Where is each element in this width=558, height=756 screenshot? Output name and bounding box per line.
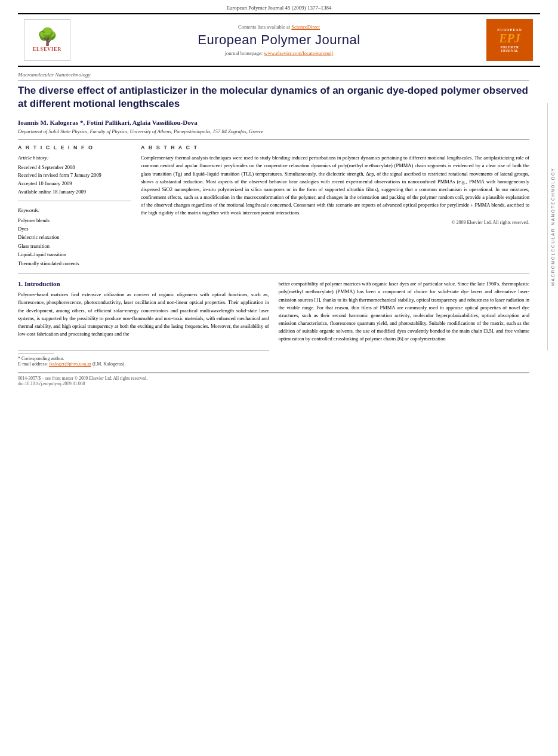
- epj-logo: EUROPEAN EPJ POLYMER JOURNAL: [486, 19, 534, 61]
- accepted-date: Accepted 10 January 2009: [18, 180, 131, 188]
- section-label: Macromolecular Nanotechnology: [18, 67, 529, 81]
- homepage-url[interactable]: www.elsevier.com/locate/europolj: [264, 50, 333, 56]
- email-line: E-mail address: ikaloger@phys.uoa.gr (I.…: [18, 361, 269, 367]
- footer-doi: doi:10.1016/j.eurpolymj.2009.01.008: [18, 381, 529, 386]
- right-sidebar: MACROMOLECULAR NANOTECHNOLOGY: [547, 103, 558, 351]
- intro-right-text: better compatibility of polymer matrices…: [279, 280, 530, 343]
- journal-reference: European Polymer Journal 45 (2009) 1377–…: [226, 5, 331, 11]
- received-date-1: Received 4 September 2008: [18, 164, 131, 172]
- keyword-4: Glass transition: [18, 242, 131, 250]
- article-history: Article history: Received 4 September 20…: [18, 154, 131, 201]
- authors: Ioannis M. Kalogeras *, Fotini Pallikari…: [18, 119, 529, 126]
- email-suffix: (I.M. Kalogeras).: [93, 361, 126, 367]
- sciencedirect-link[interactable]: ScienceDirect: [291, 24, 320, 30]
- affiliation: Department of Solid State Physics, Facul…: [18, 128, 529, 134]
- section-divider: [18, 273, 529, 274]
- sciencedirect-text: Contents lists available at: [238, 24, 290, 30]
- intro-left-text: Polymer-based matrices find extensive ut…: [18, 291, 269, 338]
- keyword-3: Dielectric relaxation: [18, 233, 131, 241]
- elsevier-logo: 🌳 ELSEVIER: [24, 19, 72, 61]
- introduction-section: 1. Introduction Polymer-based matrices f…: [18, 280, 529, 367]
- article-title: The diverse effect of antiplasticizer in…: [18, 84, 529, 114]
- footer: 0014-3057/$ – see front matter © 2009 El…: [18, 373, 529, 386]
- epj-bottom-text: POLYMER JOURNAL: [500, 45, 519, 53]
- corresponding-author: * Corresponding author.: [18, 356, 269, 361]
- article-info-header: A R T I C L E I N F O: [18, 145, 131, 150]
- elsevier-label: ELSEVIER: [33, 47, 61, 52]
- elsevier-tree-icon: 🌳: [37, 29, 58, 45]
- sidebar-label: MACROMOLECULAR NANOTECHNOLOGY: [551, 167, 555, 286]
- abstract-text: Complementary thermal analysis technique…: [141, 154, 529, 217]
- article-info-abstract: A R T I C L E I N F O Article history: R…: [18, 139, 529, 268]
- intro-left-col: 1. Introduction Polymer-based matrices f…: [18, 280, 269, 367]
- section-title: 1. Introduction: [18, 280, 269, 287]
- journal-title-area: Contents lists available at ScienceDirec…: [72, 24, 486, 56]
- abstract-column: A B S T R A C T Complementary thermal an…: [141, 145, 529, 268]
- history-label: Article history:: [18, 154, 131, 162]
- footnotes: * Corresponding author. E-mail address: …: [18, 350, 269, 367]
- journal-header: 🌳 ELSEVIER Contents lists available at S…: [18, 13, 540, 67]
- epj-letters: EPJ: [499, 32, 520, 45]
- keyword-1: Polymer blends: [18, 216, 131, 225]
- email-address[interactable]: ikaloger@phys.uoa.gr: [49, 361, 91, 367]
- intro-right-col: better compatibility of polymer matrices…: [279, 280, 530, 367]
- available-date: Available online 18 January 2009: [18, 188, 131, 196]
- keywords-section: Keywords: Polymer blends Dyes Dielectric…: [18, 206, 131, 268]
- copyright: © 2009 Elsevier Ltd. All rights reserved…: [141, 220, 529, 225]
- keywords-label: Keywords:: [18, 206, 131, 214]
- abstract-header: A B S T R A C T: [141, 145, 529, 150]
- footer-issn: 0014-3057/$ – see front matter © 2009 El…: [18, 376, 529, 381]
- keyword-5: Liquid–liquid transition: [18, 250, 131, 259]
- keyword-2: Dyes: [18, 225, 131, 233]
- article-info-column: A R T I C L E I N F O Article history: R…: [18, 145, 131, 268]
- email-label: E-mail address:: [18, 361, 48, 367]
- received-date-2: Received in revised form 7 January 2009: [18, 171, 131, 180]
- section-name: Introduction: [24, 280, 60, 287]
- journal-main-title: European Polymer Journal: [84, 32, 474, 48]
- section-number: 1.: [18, 280, 23, 287]
- homepage-label: journal homepage:: [225, 50, 263, 56]
- keyword-6: Thermally stimulated currents: [18, 259, 131, 268]
